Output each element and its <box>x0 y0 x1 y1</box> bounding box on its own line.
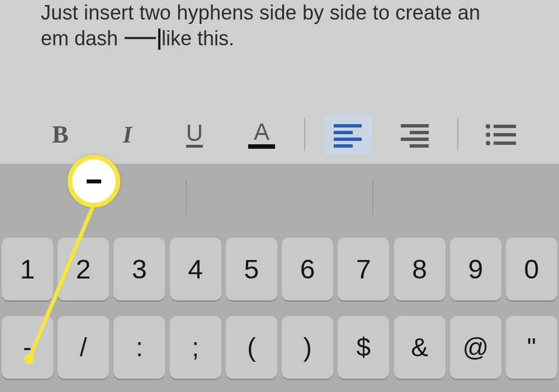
toolbar-divider <box>457 119 458 151</box>
align-left-button[interactable] <box>323 115 372 155</box>
key-7[interactable]: 7 <box>338 238 389 300</box>
key-quote[interactable]: " <box>506 316 557 379</box>
key-5[interactable]: 5 <box>226 238 277 300</box>
bold-button[interactable]: B <box>36 115 85 155</box>
align-right-button[interactable] <box>390 115 439 155</box>
hyphen-icon <box>87 180 101 183</box>
key-4[interactable]: 4 <box>170 238 221 300</box>
key-slash[interactable]: / <box>58 316 109 379</box>
key-9[interactable]: 9 <box>450 238 501 300</box>
text-caret <box>158 29 160 50</box>
em-dash-glyph <box>125 37 156 39</box>
key-colon[interactable]: : <box>113 316 165 379</box>
key-semicolon[interactable]: ; <box>170 316 221 379</box>
document-line-2: em dash like this. <box>41 26 234 51</box>
bullet-list-icon <box>486 124 516 145</box>
bold-icon: B <box>52 120 68 149</box>
key-ampersand[interactable]: & <box>394 316 446 379</box>
suggestion-slot-2[interactable] <box>187 164 372 231</box>
key-at[interactable]: @ <box>450 316 501 379</box>
key-3[interactable]: 3 <box>113 238 165 300</box>
on-screen-keyboard: 1 2 3 4 5 6 7 8 9 0 - / : ; ( ) $ & @ " <box>0 231 559 392</box>
key-lparen[interactable]: ( <box>226 316 277 379</box>
text-after-caret: like this. <box>162 27 234 50</box>
bullet-list-button[interactable] <box>476 115 525 155</box>
svg-point-10 <box>486 133 490 137</box>
key-hyphen[interactable]: - <box>2 316 53 379</box>
keyboard-row-1: 1 2 3 4 5 6 7 8 9 0 <box>1 238 558 300</box>
key-6[interactable]: 6 <box>282 238 333 300</box>
align-left-icon <box>334 124 362 146</box>
key-8[interactable]: 8 <box>394 238 446 300</box>
align-right-icon <box>401 124 429 146</box>
key-rparen[interactable]: ) <box>282 316 333 379</box>
underline-icon: U <box>186 121 203 148</box>
key-2[interactable]: 2 <box>58 238 109 300</box>
document-area[interactable]: Just insert two hyphens side by side to … <box>0 0 559 164</box>
text-color-button[interactable]: A <box>237 115 286 155</box>
svg-point-12 <box>486 141 490 145</box>
suggestion-slot-3[interactable] <box>373 164 559 231</box>
key-dollar[interactable]: $ <box>338 316 389 379</box>
callout-bubble <box>68 155 120 207</box>
format-toolbar: B I U A <box>0 105 559 164</box>
toolbar-divider <box>304 119 305 151</box>
key-1[interactable]: 1 <box>2 238 53 300</box>
text-before-caret: em dash <box>41 27 124 50</box>
document-line-1: Just insert two hyphens side by side to … <box>41 0 480 26</box>
underline-button[interactable]: U <box>170 115 219 155</box>
key-0[interactable]: 0 <box>506 238 557 300</box>
italic-button[interactable]: I <box>103 115 152 155</box>
italic-icon: I <box>123 121 132 148</box>
svg-point-8 <box>486 124 490 129</box>
text-color-icon: A <box>248 121 275 149</box>
keyboard-row-2: - / : ; ( ) $ & @ " <box>1 316 558 379</box>
